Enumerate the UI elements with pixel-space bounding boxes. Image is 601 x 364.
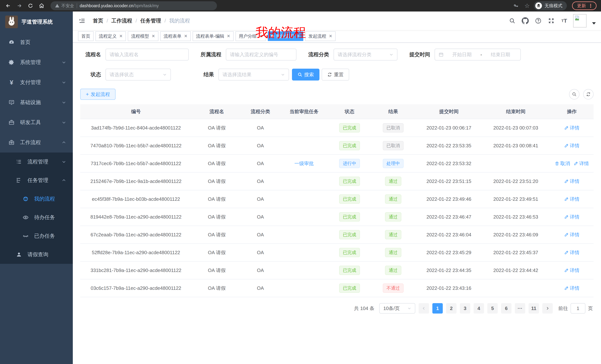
incognito-icon	[535, 2, 542, 9]
sidebar-item-todo-task[interactable]: 待办任务	[0, 208, 73, 227]
time-range-picker[interactable]: 开始日期 - 结束日期	[435, 49, 521, 60]
sidebar-toggle-icon[interactable]	[78, 17, 86, 25]
detail-action[interactable]: 详情	[564, 214, 580, 220]
detail-action[interactable]: 详情	[564, 267, 580, 274]
help-icon[interactable]	[534, 17, 542, 25]
tag-tab[interactable]: 首页	[78, 31, 94, 41]
page-button-5[interactable]: 5	[487, 303, 498, 314]
cell-name: OA 请假	[192, 267, 242, 274]
show-search-icon[interactable]	[569, 89, 580, 99]
sidebar-item-task-mgmt[interactable]: 任务管理	[0, 171, 73, 190]
sidebar-menu: 首页 系统管理 ¥ 支付管理 基础设施 研发工具 工作流程 流程管理	[0, 32, 73, 364]
edit-icon	[564, 268, 569, 273]
bookmark-star-icon[interactable]: ☆	[523, 1, 531, 10]
close-icon[interactable]: ✕	[259, 34, 263, 38]
detail-action[interactable]: 详情	[564, 285, 580, 291]
name-filter-input[interactable]	[105, 49, 189, 60]
detail-action[interactable]: 详情	[564, 143, 580, 149]
gear-icon	[8, 59, 15, 66]
sidebar-item-payment[interactable]: ¥ 支付管理	[0, 72, 73, 92]
total-count: 共 104 条	[354, 305, 374, 312]
sidebar-item-devtools[interactable]: 研发工具	[0, 112, 73, 133]
browser-menu-icon[interactable]: ⋮	[588, 3, 593, 9]
page-button-11[interactable]: 11	[529, 303, 539, 314]
next-page-button[interactable]	[542, 303, 553, 314]
sidebar-item-system[interactable]: 系统管理	[0, 52, 73, 72]
home-icon[interactable]	[37, 1, 46, 10]
caret-down-icon[interactable]	[592, 22, 596, 25]
close-icon[interactable]: ✕	[119, 34, 123, 38]
cancel-action[interactable]: 取消	[555, 160, 570, 167]
page-button-1[interactable]: 1	[432, 303, 443, 314]
close-icon[interactable]: ✕	[227, 34, 230, 38]
breadcrumb-item[interactable]: 任务管理	[140, 17, 161, 24]
tag-tab[interactable]: 流程表单-编辑 ✕	[193, 31, 233, 41]
close-icon[interactable]: ✕	[296, 34, 300, 38]
detail-action[interactable]: 详情	[564, 178, 580, 185]
security-warning[interactable]: 不安全	[55, 3, 74, 9]
result-filter-select[interactable]: 请选择流结果	[218, 69, 289, 80]
refresh-table-icon[interactable]	[583, 89, 594, 99]
page-button-4[interactable]: 4	[474, 303, 484, 314]
search-button[interactable]: 搜索	[292, 69, 320, 80]
cell-id: 3ad174fb-7b9d-11ec-8404-acde48001122	[80, 125, 192, 131]
tag-tab[interactable]: 发起流程 ✕	[305, 31, 336, 41]
create-process-button[interactable]: + 发起流程	[80, 89, 116, 100]
detail-action[interactable]: 详情	[564, 125, 580, 131]
breadcrumb-item[interactable]: 首页	[93, 17, 103, 24]
sidebar-item-process-mgmt[interactable]: 流程管理	[0, 153, 73, 171]
page-button-6[interactable]: 6	[501, 303, 511, 314]
detail-action[interactable]: 详情	[564, 231, 580, 238]
sidebar-item-workflow[interactable]: 工作流程	[0, 133, 73, 153]
logo[interactable]: 芋道管理系统	[0, 11, 73, 32]
reload-icon[interactable]	[26, 1, 35, 10]
back-icon[interactable]	[4, 1, 13, 10]
avatar[interactable]	[573, 14, 587, 28]
url-text: dashboard.yudao.iocoder.cn/bpm/task/my	[80, 3, 159, 8]
tag-tab[interactable]: 用户分组 ✕	[235, 31, 266, 41]
key-icon[interactable]	[511, 1, 521, 10]
detail-action[interactable]: 详情	[574, 160, 589, 167]
cell-name: OA 请假	[192, 178, 242, 185]
table-row: 52ffd28e-7b9a-11ec-a290-acde48001122 OA …	[80, 244, 594, 262]
fullscreen-icon[interactable]	[547, 17, 555, 25]
close-icon[interactable]: ✕	[184, 34, 187, 38]
tag-tab[interactable]: 流程模型 ✕	[128, 31, 158, 41]
cell-name: OA 请假	[192, 249, 242, 256]
sidebar-item-infra[interactable]: 基础设施	[0, 92, 73, 112]
cell-status: 已完成	[329, 141, 370, 150]
cell-end-time: 2022-01-22 23:51:20	[481, 179, 550, 184]
definition-filter-input[interactable]	[226, 49, 296, 60]
sidebar-item-home[interactable]: 首页	[0, 32, 73, 52]
task-link[interactable]: 一级审批	[294, 160, 314, 167]
url-bar[interactable]: 不安全 dashboard.yudao.iocoder.cn/bpm/task/…	[50, 1, 217, 10]
forward-icon[interactable]	[15, 1, 24, 10]
reset-button[interactable]: 重置	[322, 69, 349, 80]
sidebar-item-done-task[interactable]: 已办任务	[0, 227, 73, 245]
goto-page-input[interactable]	[571, 303, 585, 314]
category-filter-select[interactable]: 请选择流程分类	[334, 49, 397, 60]
tag-tab[interactable]: 我的流程 ✕	[268, 31, 303, 41]
status-filter-select[interactable]: 请选择状态	[105, 69, 171, 80]
page-ellipsis[interactable]: ···	[515, 303, 525, 314]
page-button-3[interactable]: 3	[460, 303, 470, 314]
page-button-2[interactable]: 2	[446, 303, 457, 314]
sidebar-item-leave-query[interactable]: 请假查询	[0, 245, 73, 264]
status-badge: 已完成	[339, 177, 360, 186]
close-icon[interactable]: ✕	[329, 34, 332, 38]
detail-action[interactable]: 详情	[564, 249, 580, 256]
sidebar-item-my-process[interactable]: 我的流程	[0, 190, 73, 208]
update-button[interactable]: 更新 ⋮	[572, 1, 597, 10]
search-icon[interactable]	[508, 17, 516, 25]
close-icon[interactable]: ✕	[151, 34, 155, 38]
breadcrumb-item[interactable]: 工作流程	[111, 17, 132, 24]
breadcrumb-separator: /	[107, 18, 108, 24]
tag-tab[interactable]: 流程表单 ✕	[160, 31, 191, 41]
page-size-select[interactable]: 10条/页	[379, 303, 415, 314]
github-icon[interactable]	[521, 17, 529, 25]
font-size-icon[interactable]: TT	[560, 17, 568, 25]
detail-action[interactable]: 详情	[564, 196, 580, 202]
tag-tab[interactable]: 流程定义 ✕	[95, 31, 126, 41]
prev-page-button[interactable]	[419, 303, 429, 314]
cell-category: OA	[242, 232, 279, 238]
